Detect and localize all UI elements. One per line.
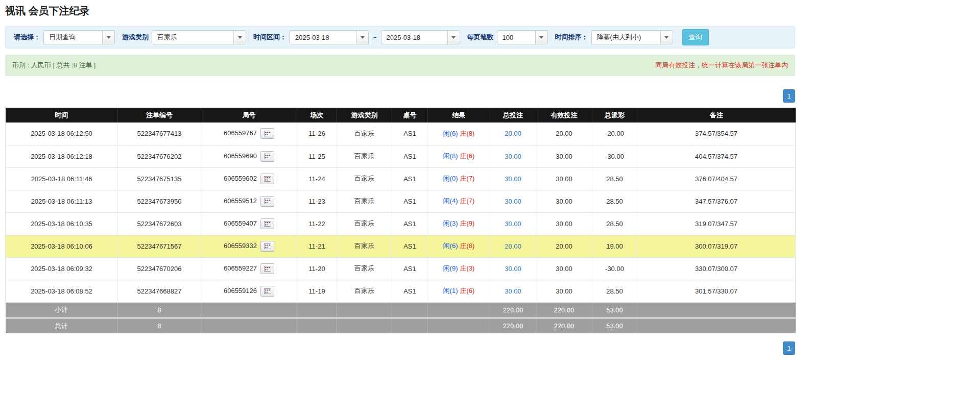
chevron-down-icon[interactable] xyxy=(660,31,673,44)
cell-payout: 28.50 xyxy=(592,280,637,302)
cell-total-bet: 20.00 xyxy=(490,235,536,257)
cell-session: 11-25 xyxy=(297,145,337,167)
cell-valid-bet: 30.00 xyxy=(536,257,592,280)
roadmap-icon[interactable] xyxy=(260,128,274,139)
cell-bet-id: 522347676202 xyxy=(118,145,201,167)
total-bet-link[interactable]: 30.00 xyxy=(505,175,521,183)
cell-bet-id: 522347672603 xyxy=(118,212,201,235)
cell-table-no: AS1 xyxy=(392,212,428,235)
cell-remark: 319.07/347.57 xyxy=(637,212,796,235)
column-header: 总派彩 xyxy=(592,108,637,123)
currency-total-info: 币别 : 人民币 | 总共 :8 注单 | xyxy=(12,61,96,70)
cell-bet-id: 522347677413 xyxy=(118,123,201,145)
column-header: 游戏类别 xyxy=(337,108,392,123)
cell-round-id: 606559767 xyxy=(201,123,297,145)
page-1-button[interactable]: 1 xyxy=(783,89,795,103)
roadmap-icon[interactable] xyxy=(260,241,274,252)
round-id-text: 606559690 xyxy=(224,152,257,159)
cell-time: 2025-03-18 06:11:13 xyxy=(6,190,118,212)
chevron-down-icon[interactable] xyxy=(447,31,460,44)
cell-game-type: 百家乐 xyxy=(337,212,392,235)
grand-total-count: 8 xyxy=(118,318,201,334)
roadmap-icon[interactable] xyxy=(260,286,274,297)
date-from-picker[interactable]: 2025-03-18 xyxy=(290,30,369,44)
round-id-text: 606559602 xyxy=(224,174,257,182)
cell-result: 闲(4)庄(7) xyxy=(428,190,490,212)
cell-table-no: AS1 xyxy=(392,167,428,190)
page-container: 视讯 会员下注纪录 请选择： 日期查询 游戏类别 百家乐 时间区间： 2025-… xyxy=(5,4,795,355)
column-header: 总投注 xyxy=(490,108,536,123)
cell-result: 闲(6)庄(8) xyxy=(428,123,490,145)
date-to-picker[interactable]: 2025-03-18 xyxy=(381,30,460,44)
grand-total-total-bet: 220.00 xyxy=(490,318,536,334)
game-type-dropdown[interactable]: 百家乐 xyxy=(152,30,246,44)
cell-game-type: 百家乐 xyxy=(337,145,392,167)
cell-table-no: AS1 xyxy=(392,257,428,280)
table-row: 2025-03-18 06:11:46 522347675135 6065596… xyxy=(6,167,796,190)
total-bet-link[interactable]: 30.00 xyxy=(505,153,521,160)
cell-time: 2025-03-18 06:12:50 xyxy=(6,123,118,145)
table-row: 2025-03-18 06:12:50 522347677413 6065597… xyxy=(6,123,796,145)
result-player: 闲(4) xyxy=(443,197,458,205)
cell-bet-id: 522347668827 xyxy=(118,280,201,302)
total-bet-link[interactable]: 30.00 xyxy=(505,198,521,205)
subtotal-payout: 53.00 xyxy=(592,302,637,318)
filter-bar: 请选择： 日期查询 游戏类别 百家乐 时间区间： 2025-03-18 ~ 20… xyxy=(5,26,795,48)
total-bet-link[interactable]: 30.00 xyxy=(505,287,521,295)
round-id-text: 606559767 xyxy=(224,129,257,137)
total-bet-link[interactable]: 30.00 xyxy=(505,265,521,273)
total-bet-link[interactable]: 30.00 xyxy=(505,220,521,228)
search-button[interactable]: 查询 xyxy=(682,29,709,45)
cell-payout: 28.50 xyxy=(592,212,637,235)
roadmap-icon[interactable] xyxy=(260,218,274,229)
cell-payout: 28.50 xyxy=(592,190,637,212)
subtotal-count: 8 xyxy=(118,302,201,318)
sort-dropdown[interactable]: 降冪(由大到小) xyxy=(591,30,673,44)
total-bet-link[interactable]: 20.00 xyxy=(505,130,521,137)
subtotal-total-bet: 220.00 xyxy=(490,302,536,318)
per-page-dropdown[interactable]: 100 xyxy=(497,30,548,44)
cell-time: 2025-03-18 06:12:18 xyxy=(6,145,118,167)
cell-total-bet: 30.00 xyxy=(490,280,536,302)
cell-round-id: 606559602 xyxy=(201,167,297,190)
filter-group-select: 请选择： 日期查询 xyxy=(14,30,115,44)
chevron-down-icon[interactable] xyxy=(535,31,547,44)
column-header: 结果 xyxy=(428,108,490,123)
cell-remark: 300.07/319.07 xyxy=(637,235,796,257)
result-player: 闲(8) xyxy=(443,152,458,160)
page-1-button[interactable]: 1 xyxy=(783,341,795,355)
cell-remark: 404.57/374.57 xyxy=(637,145,796,167)
total-bet-link[interactable]: 20.00 xyxy=(505,242,521,250)
cell-game-type: 百家乐 xyxy=(337,167,392,190)
cell-time: 2025-03-18 06:08:52 xyxy=(6,280,118,302)
round-id-text: 606559332 xyxy=(224,241,257,249)
cell-payout: -30.00 xyxy=(592,145,637,167)
table-row: 2025-03-18 06:08:52 522347668827 6065591… xyxy=(6,280,796,302)
column-header: 备注 xyxy=(637,108,796,123)
query-type-dropdown[interactable]: 日期查询 xyxy=(43,30,115,44)
chevron-down-icon[interactable] xyxy=(102,31,114,44)
result-banker: 庄(6) xyxy=(460,152,475,160)
chevron-down-icon[interactable] xyxy=(356,31,368,44)
cell-time: 2025-03-18 06:11:46 xyxy=(6,167,118,190)
roadmap-icon[interactable] xyxy=(260,196,274,207)
cell-round-id: 606559227 xyxy=(201,257,297,280)
cell-session: 11-23 xyxy=(297,190,337,212)
roadmap-icon[interactable] xyxy=(260,151,274,162)
cell-bet-id: 522347673950 xyxy=(118,190,201,212)
per-page-value: 100 xyxy=(497,31,535,44)
cell-total-bet: 30.00 xyxy=(490,190,536,212)
cell-payout: -20.00 xyxy=(592,123,637,145)
result-player: 闲(6) xyxy=(443,130,458,137)
cell-payout: 28.50 xyxy=(592,167,637,190)
cell-game-type: 百家乐 xyxy=(337,257,392,280)
cell-table-no: AS1 xyxy=(392,145,428,167)
roadmap-icon[interactable] xyxy=(260,174,274,184)
roadmap-icon[interactable] xyxy=(260,263,274,274)
chevron-down-icon[interactable] xyxy=(233,31,246,44)
result-player: 闲(0) xyxy=(443,175,458,182)
column-header: 有效投注 xyxy=(536,108,592,123)
query-type-value: 日期查询 xyxy=(44,31,102,44)
subtotal-row: 小计 8 220.00 220.00 53.00 xyxy=(6,302,796,318)
valid-bet-notice: 同局有效投注，统一计算在该局第一张注单内 xyxy=(655,61,788,70)
